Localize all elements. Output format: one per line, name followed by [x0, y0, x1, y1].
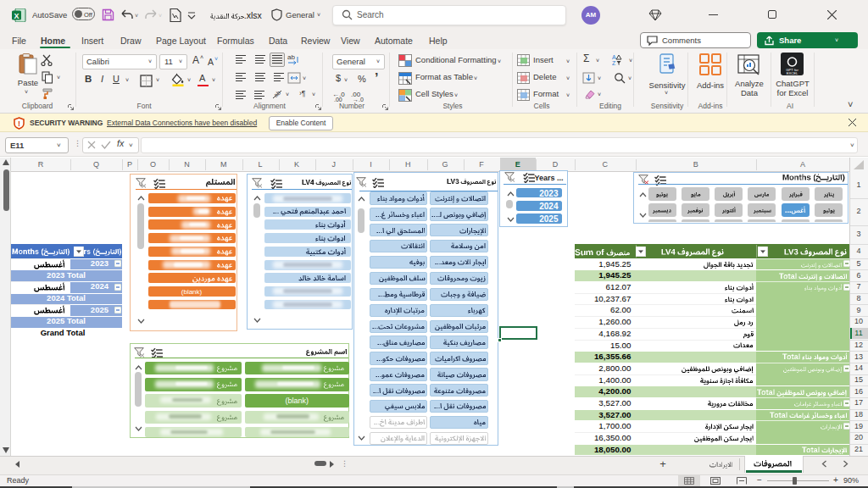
svg-text:EXCEL: EXCEL: [787, 71, 798, 75]
svg-text:!: !: [18, 119, 20, 128]
svg-text:A: A: [612, 54, 616, 60]
svg-text:ab: ab: [287, 53, 295, 61]
svg-text:X: X: [14, 12, 19, 20]
svg-text:Z: Z: [612, 60, 616, 66]
